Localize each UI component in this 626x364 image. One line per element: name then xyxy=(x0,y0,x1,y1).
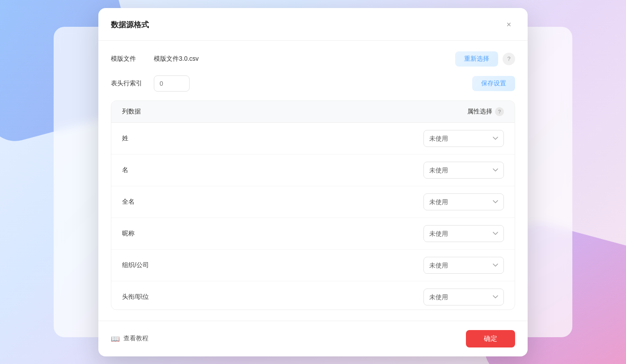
file-actions: 重新选择 ? xyxy=(455,51,515,67)
row-select-4[interactable]: 未使用 xyxy=(423,257,504,274)
table-row: 昵称 未使用 xyxy=(111,218,515,250)
file-name: 模版文件3.0.csv xyxy=(154,55,448,63)
table-row: 名 未使用 xyxy=(111,155,515,186)
index-label: 表头行索引 xyxy=(111,79,147,88)
file-label: 模版文件 xyxy=(111,55,147,63)
row-label-3: 昵称 xyxy=(122,230,423,238)
confirm-button[interactable]: 确定 xyxy=(466,330,515,347)
row-select-1[interactable]: 未使用 xyxy=(423,162,504,179)
index-input[interactable] xyxy=(154,75,190,92)
file-help-button[interactable]: ? xyxy=(503,53,515,65)
col-data-header: 列数据 xyxy=(122,108,467,116)
modal-footer: 📖 查看教程 确定 xyxy=(98,321,528,356)
row-label-0: 姓 xyxy=(122,134,423,142)
modal-title: 数据源格式 xyxy=(111,20,149,30)
table-row: 头衔/职位 未使用 xyxy=(111,281,515,310)
tutorial-link[interactable]: 📖 查看教程 xyxy=(111,335,148,343)
table-row: 组织/公司 未使用 xyxy=(111,250,515,281)
file-row: 模版文件 模版文件3.0.csv 重新选择 ? xyxy=(111,51,515,67)
col-attr-label: 属性选择 xyxy=(467,108,492,116)
modal-header: 数据源格式 × xyxy=(98,8,528,41)
row-select-3[interactable]: 未使用 xyxy=(423,225,504,242)
table-body: 姓 未使用 名 未使用 全名 未使用 xyxy=(111,123,515,310)
attr-help-icon[interactable]: ? xyxy=(495,107,504,116)
row-select-2[interactable]: 未使用 xyxy=(423,193,504,210)
modal-overlay: 数据源格式 × 模版文件 模版文件3.0.csv 重新选择 ? 表头行索引 保存… xyxy=(0,0,626,364)
col-attr-header: 属性选择 ? xyxy=(467,107,504,116)
save-settings-button[interactable]: 保存设置 xyxy=(472,76,515,91)
index-row: 表头行索引 保存设置 xyxy=(111,75,515,92)
table-row: 全名 未使用 xyxy=(111,186,515,218)
row-label-1: 名 xyxy=(122,166,423,174)
reselect-button[interactable]: 重新选择 xyxy=(455,51,498,67)
table-row: 姓 未使用 xyxy=(111,123,515,155)
row-label-5: 头衔/职位 xyxy=(122,293,423,301)
data-source-modal: 数据源格式 × 模版文件 模版文件3.0.csv 重新选择 ? 表头行索引 保存… xyxy=(98,8,528,356)
close-button[interactable]: × xyxy=(503,19,515,31)
row-label-4: 组织/公司 xyxy=(122,261,423,269)
row-select-5[interactable]: 未使用 xyxy=(423,289,504,305)
tutorial-label: 查看教程 xyxy=(123,335,148,343)
mapping-table: 列数据 属性选择 ? 姓 未使用 名 xyxy=(111,100,515,310)
table-header: 列数据 属性选择 ? xyxy=(111,101,515,123)
book-icon: 📖 xyxy=(111,335,120,343)
row-select-0[interactable]: 未使用 xyxy=(423,130,504,147)
modal-body: 模版文件 模版文件3.0.csv 重新选择 ? 表头行索引 保存设置 列数据 xyxy=(98,41,528,321)
row-label-2: 全名 xyxy=(122,198,423,206)
